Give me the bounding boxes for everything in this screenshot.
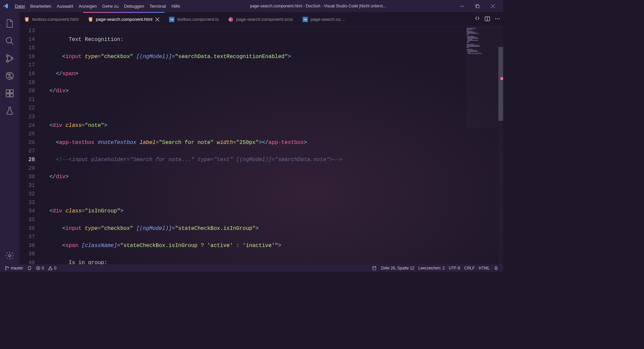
warnings-count[interactable]: 0 — [46, 266, 58, 270]
eol[interactable]: CRLF — [462, 266, 477, 270]
close-tab-icon[interactable] — [155, 17, 160, 22]
line-number-gutter: 13 14 15 16 17 18 19 20 21 22 23 24 25 2… — [19, 27, 43, 264]
extensions-icon[interactable] — [2, 85, 18, 102]
menu-debuggen[interactable]: Debuggen — [121, 2, 147, 10]
titlebar: Datei Bearbeiten Auswahl Anzeigen Gehe z… — [0, 0, 503, 12]
sync-button[interactable] — [25, 266, 34, 270]
indentation[interactable]: Leerzeichen: 2 — [416, 266, 447, 270]
bell-icon — [494, 266, 498, 270]
minimap[interactable]: ████ ██████ ████████ ████ ███████ ████ █… — [467, 27, 498, 128]
svg-text:TS: TS — [304, 18, 307, 21]
svg-point-23 — [5, 266, 6, 267]
svg-point-3 — [6, 55, 8, 57]
cursor-position[interactable]: Zeile 28, Spalte 12 — [379, 266, 416, 270]
menu-datei[interactable]: Datei — [12, 2, 28, 10]
overview-marker — [500, 77, 503, 80]
database-icon — [372, 266, 377, 270]
svg-point-7 — [9, 74, 10, 75]
minimize-button[interactable] — [454, 1, 470, 11]
menu-auswahl[interactable]: Auswahl — [54, 2, 76, 10]
explorer-icon[interactable] — [2, 15, 18, 32]
flask-icon[interactable] — [2, 102, 18, 119]
ts-file-icon: TS — [303, 17, 308, 22]
scroll-thumb[interactable] — [498, 47, 503, 121]
vscode-icon — [3, 3, 9, 9]
svg-point-22 — [499, 18, 500, 19]
compare-changes-icon[interactable] — [474, 16, 480, 23]
menu-terminal[interactable]: Terminal — [147, 2, 169, 10]
svg-point-4 — [6, 60, 8, 62]
disk-indicator[interactable] — [370, 266, 379, 270]
html-file-icon — [88, 17, 93, 22]
svg-point-2 — [6, 38, 12, 43]
tab-label: textbox.component.ts — [177, 17, 219, 22]
menu-anzeigen[interactable]: Anzeigen — [76, 2, 99, 10]
svg-point-27 — [373, 266, 376, 267]
errors-count[interactable]: 0 — [34, 266, 46, 270]
language-mode[interactable]: HTML — [477, 266, 492, 270]
error-icon — [36, 266, 41, 270]
tab-bar: textbox.component.html page-search.compo… — [19, 12, 503, 27]
scss-file-icon: S — [228, 17, 233, 22]
svg-point-21 — [497, 18, 498, 19]
svg-text:TS: TS — [170, 18, 173, 21]
warning-icon — [48, 266, 53, 270]
split-editor-icon[interactable] — [484, 16, 490, 23]
svg-rect-9 — [6, 94, 9, 97]
svg-point-12 — [9, 255, 11, 257]
html-file-icon — [24, 17, 30, 22]
editor-area: textbox.component.html page-search.compo… — [19, 12, 503, 264]
menu-bearbeiten[interactable]: Bearbeiten — [28, 2, 54, 10]
svg-point-24 — [5, 269, 6, 270]
tab-label: textbox.component.html — [32, 17, 78, 22]
svg-rect-8 — [6, 90, 9, 93]
activity-bar — [0, 12, 19, 264]
svg-rect-1 — [476, 5, 479, 8]
tab-label: page-search.component.html — [96, 17, 152, 22]
tab-page-search-html[interactable]: page-search.component.html — [83, 12, 164, 27]
ts-file-icon: TS — [169, 17, 174, 22]
menu-gehezu[interactable]: Gehe zu — [100, 2, 121, 10]
vertical-scrollbar[interactable] — [498, 27, 503, 264]
tab-page-search-ts[interactable]: TS page-search.co… — [298, 12, 350, 27]
git-branch-icon — [5, 266, 9, 270]
encoding[interactable]: UTF-8 — [447, 266, 462, 270]
debug-icon[interactable] — [2, 67, 18, 85]
status-bar: master 0 0 Zeile 28, Spalte 12 Leerzeich… — [0, 264, 503, 272]
tab-textbox-ts[interactable]: TS textbox.component.ts — [164, 12, 223, 27]
tab-label: page-search.co… — [311, 17, 345, 22]
sync-icon — [27, 266, 32, 270]
source-control-icon[interactable] — [2, 50, 18, 67]
git-branch[interactable]: master — [3, 266, 25, 270]
feedback-icon[interactable] — [492, 266, 500, 270]
search-icon[interactable] — [2, 32, 18, 50]
maximize-button[interactable] — [470, 1, 485, 11]
svg-point-5 — [11, 57, 13, 59]
tab-page-search-scss[interactable]: S page-search.component.scss — [223, 12, 298, 27]
code-content[interactable]: Text Recognition: <input type="checkbox"… — [43, 27, 503, 264]
svg-text:S: S — [229, 18, 231, 20]
window-title: page-search.component.html - DocSort - V… — [183, 4, 454, 8]
svg-rect-11 — [10, 90, 13, 93]
tab-textbox-html[interactable]: textbox.component.html — [19, 12, 83, 27]
menu-hilfe[interactable]: Hilfe — [169, 2, 183, 10]
svg-rect-10 — [10, 94, 13, 97]
code-editor[interactable]: 13 14 15 16 17 18 19 20 21 22 23 24 25 2… — [19, 27, 503, 264]
more-actions-icon[interactable] — [494, 16, 500, 23]
close-button[interactable] — [485, 1, 500, 11]
tab-label: page-search.component.scss — [236, 17, 293, 22]
settings-gear-icon[interactable] — [2, 247, 18, 264]
svg-point-20 — [495, 18, 496, 19]
main: textbox.component.html page-search.compo… — [0, 12, 503, 264]
